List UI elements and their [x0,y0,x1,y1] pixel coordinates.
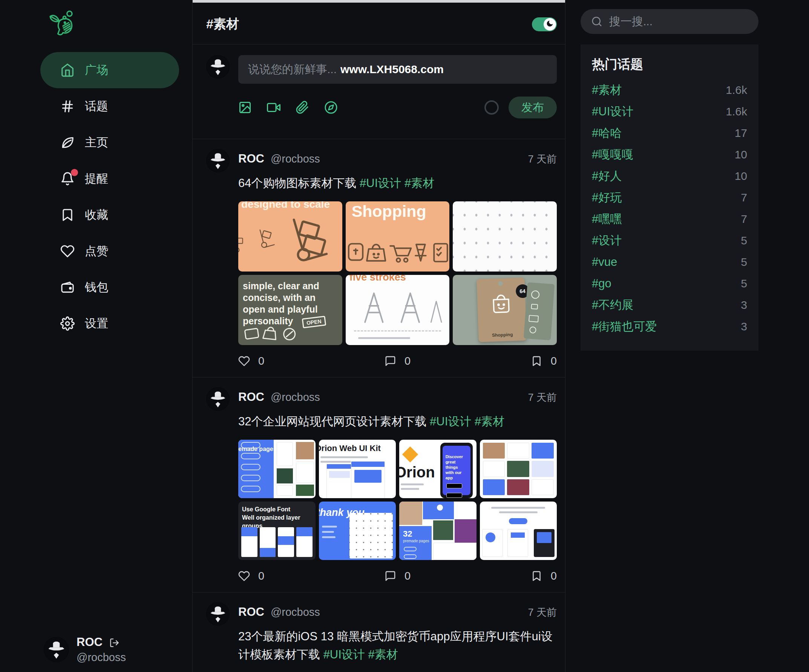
topic-tag[interactable]: #好人 [592,168,622,184]
post-handle[interactable]: @rocboss [271,153,320,165]
topic-row[interactable]: #街猫也可爱 3 [592,316,747,337]
sidebar-item-bookmarks[interactable]: 收藏 [40,197,179,233]
thumbnail-image[interactable] [453,202,557,272]
hashtag-link[interactable]: #UI设计 [430,415,471,428]
hashtag-link[interactable]: #素材 [368,648,398,661]
like-button[interactable]: 0 [238,355,264,367]
topic-tag[interactable]: #go [592,277,611,291]
thumb-caption: premade pages [399,539,431,543]
topic-tag[interactable]: #好玩 [592,190,622,205]
topic-row[interactable]: #哈哈 17 [592,122,747,144]
thumbnail-image[interactable] [480,440,557,498]
thumbnail-image[interactable]: Orion Web UI Kit [319,440,396,498]
decor-shape [423,502,454,519]
video-icon[interactable] [267,101,280,114]
publish-button[interactable]: 发布 [509,97,557,118]
thumbnail-image[interactable]: 64 Shopping [453,275,557,345]
thumbnail-image[interactable]: 32 premade pages [399,502,477,560]
whale-logo[interactable] [47,8,80,41]
compose-placeholder: 说说您的新鲜事... [248,62,337,77]
decor-shape [321,456,368,458]
user-avatar [44,637,69,662]
decor-shape [321,461,351,463]
topic-row[interactable]: #嘿嘿 7 [592,208,747,230]
hashtag-link[interactable]: #UI设计 [360,176,401,190]
sidebar-item-likes[interactable]: 点赞 [40,233,179,269]
sidebar-item-topics[interactable]: 话题 [40,88,179,124]
compass-icon[interactable] [324,101,338,114]
topic-row[interactable]: #设计 5 [592,230,747,251]
topic-count: 17 [735,127,747,139]
thumbnail-image[interactable]: remade pages [238,440,316,498]
image-icon[interactable] [238,101,252,114]
hashtag-link[interactable]: #UI设计 [324,648,365,661]
post-avatar[interactable] [206,387,230,411]
decor-shape [277,486,293,496]
user-name: ROC [77,635,102,649]
thumbnail-image[interactable]: Shopping [346,202,450,272]
thumbnail-image[interactable]: designed to scale [238,202,342,272]
toggle-knob [544,18,556,30]
search-input[interactable]: 搜一搜... [581,9,759,34]
dark-mode-toggle[interactable] [532,17,557,31]
bookmark-button[interactable]: 0 [531,570,557,582]
thumbnail-image[interactable]: Use Google Font Well organized layer gro… [238,502,316,560]
topic-row[interactable]: #嘎嘎嘎 10 [592,144,747,165]
post: ROC @rocboss 7 天前 32个企业网站现代网页设计素材下载 #UI设… [193,378,565,592]
sidebar-item-notifications[interactable]: 提醒 [40,161,179,197]
post-author[interactable]: ROC [238,390,264,404]
attachment-icon[interactable] [295,101,309,114]
logout-icon[interactable] [109,637,119,647]
comment-button[interactable]: 0 [384,355,411,367]
topic-tag[interactable]: #设计 [592,233,622,249]
hashtag-link[interactable]: #素材 [475,415,504,428]
topic-row[interactable]: #UI设计 1.6k [592,101,747,122]
sidebar-item-profile[interactable]: 主页 [40,124,179,161]
current-user[interactable]: ROC @rocboss [44,635,126,664]
decor-shape [277,469,293,484]
thumbnail-image[interactable]: Orion Discover great things with our app [399,440,477,498]
topic-row[interactable]: #好人 10 [592,165,747,186]
thumbnail-image[interactable]: thank you [319,502,396,560]
comment-button[interactable]: 0 [384,570,411,582]
decor-sheet [349,513,393,558]
sidebar-item-settings[interactable]: 设置 [40,306,179,342]
topic-tag[interactable]: #UI设计 [592,104,633,119]
topic-tag[interactable]: #素材 [592,82,622,98]
topic-tag[interactable]: #vue [592,255,617,269]
topic-row[interactable]: #vue 5 [592,251,747,273]
post-avatar[interactable] [206,149,230,172]
decor-shape [455,519,476,543]
topic-tag[interactable]: #嘿嘿 [592,211,622,227]
thumbnail-image[interactable] [480,502,557,560]
topic-tag[interactable]: #街猫也可爱 [592,319,657,334]
decor-shape [296,442,314,459]
topic-tag[interactable]: #不约展 [592,297,633,313]
topic-row[interactable]: #素材 1.6k [592,79,747,101]
topic-row[interactable]: #不约展 3 [592,294,747,316]
post-handle[interactable]: @rocboss [271,391,320,403]
sidebar-item-wallet[interactable]: 钱包 [40,269,179,306]
post-author[interactable]: ROC [238,605,264,619]
thumbnail-image[interactable]: five strokes [346,275,450,345]
topic-row[interactable]: #好玩 7 [592,186,747,208]
bookmark-button[interactable]: 0 [531,355,557,367]
like-button[interactable]: 0 [238,570,264,582]
topic-tag[interactable]: #哈哈 [592,125,622,141]
hashtag-link[interactable]: #素材 [404,176,434,190]
like-count: 0 [258,355,264,367]
post-avatar[interactable] [206,602,230,626]
post-text: 23个最新的iOS 13 暗黑模式加密货币app应用程序UI套件ui设计模板素材… [238,628,557,664]
post-author[interactable]: ROC [238,152,264,166]
compose-input[interactable]: 说说您的新鲜事... www.LXH5068.com [238,55,557,84]
decor-shape: 32 premade pages [399,526,431,560]
decor-illustration [346,286,450,328]
topic-row[interactable]: #go 5 [592,273,747,294]
sidebar-item-label: 话题 [85,98,108,114]
composer-avatar [206,55,230,79]
feed-column: #素材 说说您的新鲜事... www.LXH5068.com [192,0,566,672]
post-handle[interactable]: @rocboss [271,606,320,618]
sidebar-item-square[interactable]: 广场 [40,52,179,88]
topic-tag[interactable]: #嘎嘎嘎 [592,147,633,163]
thumbnail-image[interactable]: simple, clear and concise, with an open … [238,275,342,345]
